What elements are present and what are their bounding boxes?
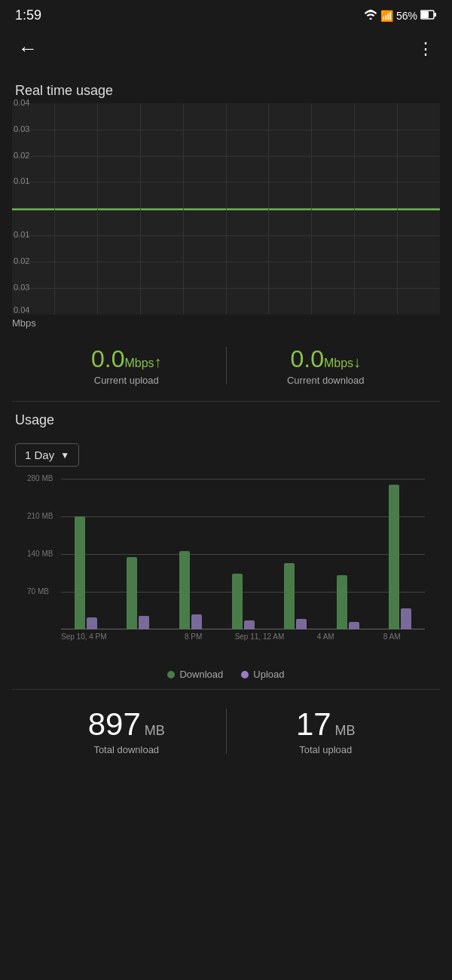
bar-6-upload bbox=[349, 622, 359, 629]
mbps-label: Mbps bbox=[0, 314, 452, 330]
bar-4-upload bbox=[244, 620, 255, 629]
bar-group-4 bbox=[218, 479, 268, 629]
period-value: 1 Day bbox=[25, 449, 54, 461]
bar-1-upload bbox=[87, 617, 97, 629]
bar-7-upload bbox=[401, 608, 411, 629]
usage-section: Usage 1 Day ▼ 280 MB 210 MB 140 MB 70 MB bbox=[0, 402, 452, 689]
y-label-0.04: 0.04 bbox=[14, 98, 29, 107]
bar-group-3 bbox=[166, 479, 215, 629]
bar-2-upload bbox=[139, 616, 149, 629]
y-label-d-0.03: 0.03 bbox=[14, 283, 29, 292]
top-bar: ← ⋮ bbox=[0, 28, 452, 72]
realtime-section: Real time usage bbox=[0, 72, 452, 402]
current-upload-label: Current upload bbox=[27, 375, 226, 386]
total-download-label: Total download bbox=[27, 744, 226, 755]
svg-point-0 bbox=[369, 18, 371, 20]
status-bar: 1:59 📶 56% bbox=[0, 0, 452, 28]
status-time: 1:59 bbox=[15, 8, 41, 23]
svg-rect-2 bbox=[421, 11, 429, 18]
y-label-d-0.01: 0.01 bbox=[14, 230, 29, 239]
bar-3-download bbox=[179, 551, 190, 629]
back-button[interactable]: ← bbox=[12, 34, 44, 63]
bar-group-2 bbox=[114, 479, 163, 629]
current-stats-row: 0.0Mbps↑ Current upload 0.0Mbps↓ Current… bbox=[12, 330, 440, 402]
bar-group-5 bbox=[270, 479, 320, 629]
realtime-title: Real time usage bbox=[0, 72, 452, 103]
y-210: 210 MB bbox=[27, 512, 53, 520]
bar-group-7 bbox=[375, 479, 425, 629]
svg-rect-3 bbox=[434, 13, 436, 17]
bar-1-download bbox=[75, 516, 85, 629]
dropdown-arrow-icon: ▼ bbox=[60, 450, 69, 461]
y-140: 140 MB bbox=[27, 550, 53, 558]
download-chart: 0.01 0.02 0.03 0.04 bbox=[12, 209, 440, 314]
bar-chart: 280 MB 210 MB 140 MB 70 MB bbox=[15, 479, 437, 660]
upload-chart: 0.04 0.03 0.02 0.01 bbox=[12, 103, 440, 209]
bar-6-download bbox=[337, 575, 347, 629]
legend-download: Download bbox=[167, 669, 223, 680]
legend-upload: Upload bbox=[241, 669, 284, 680]
bar-7-download bbox=[389, 485, 399, 629]
total-upload-label: Total upload bbox=[227, 744, 426, 755]
period-selector[interactable]: 1 Day ▼ bbox=[15, 437, 437, 479]
y-70: 70 MB bbox=[27, 587, 49, 596]
legend-download-dot bbox=[167, 671, 175, 678]
x-label-sep11-12am: Sep 11, 12 AM bbox=[227, 632, 293, 641]
bar-group-6 bbox=[323, 479, 373, 629]
total-upload: 17 MB Total upload bbox=[227, 706, 426, 755]
realtime-chart: 0.04 0.03 0.02 0.01 bbox=[0, 103, 452, 314]
legend-upload-label: Upload bbox=[253, 669, 284, 680]
total-download-value: 897 MB bbox=[27, 706, 226, 743]
bar-2-download bbox=[127, 557, 137, 629]
current-upload-value: 0.0Mbps↑ bbox=[27, 345, 226, 373]
period-label[interactable]: 1 Day ▼ bbox=[15, 443, 79, 467]
y-label-0.02: 0.02 bbox=[14, 151, 29, 160]
bars-area bbox=[61, 479, 425, 629]
bar-group-1 bbox=[61, 479, 111, 629]
bar-3-upload bbox=[191, 614, 202, 629]
totals-row: 897 MB Total download 17 MB Total upload bbox=[12, 689, 440, 770]
y-label-d-0.04: 0.04 bbox=[14, 305, 29, 314]
y-280: 280 MB bbox=[27, 474, 53, 482]
x-label-4am: 4 AM bbox=[292, 632, 359, 641]
x-label-sep10-4pm: Sep 10, 4 PM bbox=[61, 632, 160, 641]
chart-legend: Download Upload bbox=[15, 660, 437, 689]
usage-title: Usage bbox=[15, 412, 437, 428]
total-upload-value: 17 MB bbox=[227, 706, 426, 743]
bar-5-upload bbox=[296, 619, 307, 629]
total-download: 897 MB Total download bbox=[27, 706, 226, 755]
current-upload-stat: 0.0Mbps↑ Current upload bbox=[27, 345, 226, 386]
bar-4-download bbox=[232, 574, 243, 629]
y-axis: 280 MB 210 MB 140 MB 70 MB bbox=[27, 479, 61, 629]
legend-download-label: Download bbox=[179, 669, 223, 680]
x-axis-labels: Sep 10, 4 PM 8 PM Sep 11, 12 AM 4 AM 8 A… bbox=[27, 632, 425, 641]
battery-icon bbox=[420, 10, 437, 22]
y-label-0.01: 0.01 bbox=[14, 176, 29, 185]
y-label-0.03: 0.03 bbox=[14, 124, 29, 133]
chart-area: 0.04 0.03 0.02 0.01 bbox=[12, 103, 440, 314]
current-download-value: 0.0Mbps↓ bbox=[227, 345, 426, 373]
x-label-8pm: 8 PM bbox=[160, 632, 227, 641]
current-download-stat: 0.0Mbps↓ Current download bbox=[227, 345, 426, 386]
legend-upload-dot bbox=[241, 671, 249, 678]
y-label-d-0.02: 0.02 bbox=[14, 256, 29, 265]
battery-pct: 56% bbox=[396, 10, 417, 22]
more-options-button[interactable]: ⋮ bbox=[411, 36, 440, 62]
status-icons: 📶 56% bbox=[364, 9, 437, 22]
x-label-8am: 8 AM bbox=[359, 632, 425, 641]
bar-chart-inner: 280 MB 210 MB 140 MB 70 MB bbox=[27, 479, 425, 629]
current-download-label: Current download bbox=[227, 375, 426, 386]
signal-icon: 📶 bbox=[380, 10, 393, 22]
wifi-icon bbox=[364, 9, 377, 22]
bar-5-download bbox=[284, 563, 295, 629]
